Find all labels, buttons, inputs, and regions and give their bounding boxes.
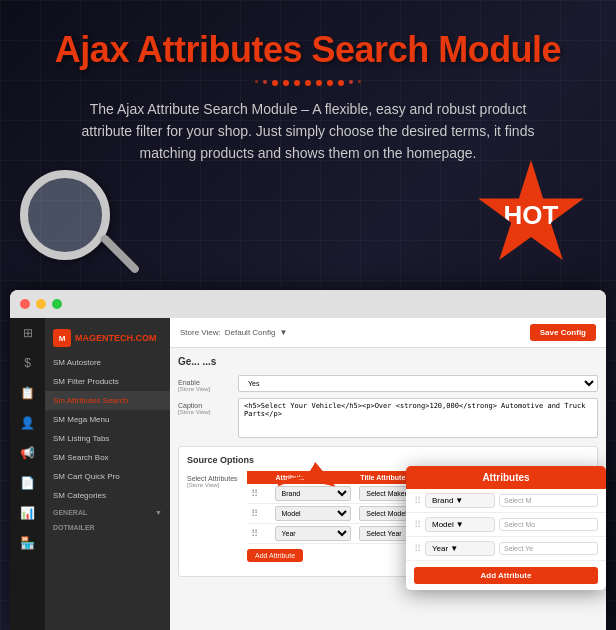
attr-panel-select-model[interactable] [499, 518, 598, 531]
dots-divider [20, 80, 596, 86]
store-view-label: Store View: [180, 328, 221, 337]
dot [283, 80, 289, 86]
store-view-value: Default Config [225, 328, 276, 337]
attr-drag-handle-0[interactable]: ⠿ [414, 495, 421, 506]
dot [263, 80, 267, 84]
attr-panel-add-button[interactable]: Add Attribute [414, 567, 598, 584]
sidebar-item-autostore[interactable]: SM Autostore [45, 353, 170, 372]
chevron-down-icon: ▼ [279, 328, 287, 337]
description-text: The Ajax Attribute Search Module – A fle… [68, 98, 548, 165]
add-attribute-button[interactable]: Add Attribute [247, 549, 303, 562]
drag-handle[interactable]: ⠿ [247, 504, 271, 524]
sidebar-item-search-box[interactable]: SM Search Box [45, 448, 170, 467]
sidebar-icon-dashboard: ⊞ [10, 318, 45, 348]
dot [349, 80, 353, 84]
drag-handle[interactable]: ⠿ [247, 524, 271, 544]
attr-panel-row-0: ⠿ Brand ▼ [406, 489, 606, 513]
magnifier-glass [20, 170, 110, 260]
sidebar-item-listing-tabs[interactable]: SM Listing Tabs [45, 429, 170, 448]
sidebar-icon-content: 📄 [10, 468, 45, 498]
hot-badge-text: HOT [504, 200, 559, 231]
attributes-panel: Attributes ⠿ Brand ▼ ⠿ Model ▼ ⠿ Year ▼ [406, 466, 606, 590]
sidebar-brand: M MAGENTECH.COM [45, 323, 170, 353]
dot [272, 80, 278, 86]
dot [338, 80, 344, 86]
admin-sidebar: ⊞ $ 📋 👤 📢 📄 📊 🏪 M MAGENTECH.COM [10, 318, 170, 630]
caption-row: Caption [Store View] <h5>Select Your Veh… [178, 398, 598, 438]
hot-badge: HOT [476, 160, 586, 270]
main-title: Ajax Attributes Search Module [20, 30, 596, 70]
browser-maximize-dot [52, 299, 62, 309]
dot [305, 80, 311, 86]
chevron-icon: ▼ [456, 520, 464, 529]
attr-drag-handle-1[interactable]: ⠿ [414, 519, 421, 530]
dot [316, 80, 322, 86]
sidebar-icons: ⊞ $ 📋 👤 📢 📄 📊 🏪 [10, 318, 45, 630]
sidebar-general-header: GENERAL ▼ [45, 505, 170, 520]
browser-minimize-dot [36, 299, 46, 309]
save-config-button[interactable]: Save Config [530, 324, 596, 341]
sidebar-item-filter-products[interactable]: SM Filter Products [45, 372, 170, 391]
sidebar-icon-reports: 📊 [10, 498, 45, 528]
caption-textarea[interactable]: <h5>Select Your Vehicle</h5><p>Over <str… [238, 398, 598, 438]
magnifier-handle [99, 233, 140, 274]
magentech-logo: M [53, 329, 71, 347]
sidebar-item-cart-quick-pro[interactable]: SM Cart Quick Pro [45, 467, 170, 486]
attributes-panel-header: Attributes [406, 466, 606, 489]
arrow-indicator [268, 460, 348, 510]
attr-panel-name-brand: Brand ▼ [425, 493, 495, 508]
col-header-attributes [247, 471, 271, 484]
sidebar-brand-name: MAGENTECH.COM [75, 333, 157, 343]
enable-label: Enable [Store View] [178, 375, 238, 392]
attr-drag-handle-2[interactable]: ⠿ [414, 543, 421, 554]
dot [294, 80, 300, 86]
attr-panel-row-1: ⠿ Model ▼ [406, 513, 606, 537]
attr-panel-name-model: Model ▼ [425, 517, 495, 532]
sidebar-icon-catalog: 📋 [10, 378, 45, 408]
sidebar-dotmailer-header: DOTMAILER [45, 520, 170, 535]
attr-panel-row-2: ⠿ Year ▼ [406, 537, 606, 561]
caption-label: Caption [Store View] [178, 398, 238, 415]
sidebar-icon-stores: 🏪 [10, 528, 45, 558]
sidebar-item-categories[interactable]: SM Categories [45, 486, 170, 505]
section-title: Ge... ...s [178, 356, 598, 367]
dot [358, 80, 361, 83]
sidebar-icon-sales: $ [10, 348, 45, 378]
content-wrapper: Ajax Attributes Search Module The Ajax A… [0, 0, 616, 165]
drag-handle[interactable]: ⠿ [247, 484, 271, 504]
banner-container: Ajax Attributes Search Module The Ajax A… [0, 0, 616, 630]
chevron-icon: ▼ [455, 496, 463, 505]
hot-star-shape: HOT [476, 160, 586, 270]
dot [327, 80, 333, 86]
attr-panel-select-year[interactable] [499, 542, 598, 555]
attr-panel-name-year: Year ▼ [425, 541, 495, 556]
select-attributes-label: Select Attributes [Store View] [187, 471, 247, 488]
chevron-icon: ▼ [450, 544, 458, 553]
enable-row: Enable [Store View] Yes No [178, 375, 598, 392]
attribute-select-2[interactable]: Year [275, 526, 352, 541]
sidebar-item-attributes-search[interactable]: Sm Attributes Search [45, 391, 170, 410]
enable-select[interactable]: Yes No [238, 375, 598, 392]
attr-panel-select-brand[interactable] [499, 494, 598, 507]
store-view-selector[interactable]: Store View: Default Config ▼ [180, 328, 287, 337]
admin-header: Store View: Default Config ▼ Save Config [170, 318, 606, 348]
browser-close-dot [20, 299, 30, 309]
dot [255, 80, 258, 83]
sidebar-item-mega-menu[interactable]: SM Mega Menu [45, 410, 170, 429]
magnifier-icon [20, 170, 150, 300]
sidebar-icon-marketing: 📢 [10, 438, 45, 468]
sidebar-icon-customers: 👤 [10, 408, 45, 438]
sidebar-nav: M MAGENTECH.COM SM Autostore SM Filter P… [45, 318, 170, 540]
source-options-title: Source Options [187, 455, 589, 465]
